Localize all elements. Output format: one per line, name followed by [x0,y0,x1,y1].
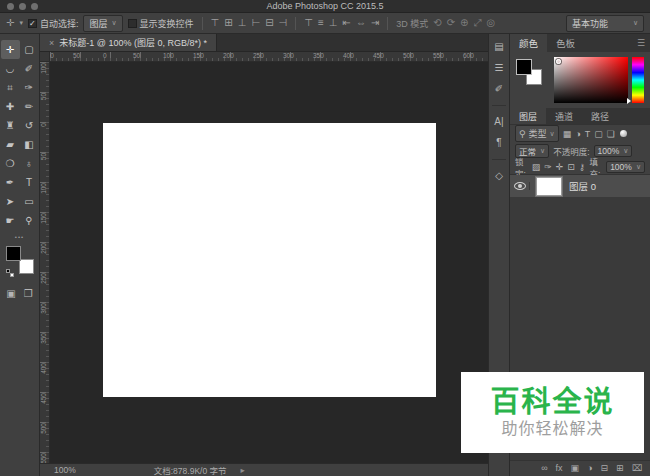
background-color-swatch[interactable] [19,259,34,274]
v-ruler-label: 200 [40,243,47,254]
auto-select-checkbox[interactable]: ✓ 自动选择: [28,17,79,30]
new-layer-icon[interactable]: ⊞ [616,464,624,473]
hue-slider[interactable] [632,57,644,103]
layer-group-icon[interactable]: ⊟ [601,464,609,473]
screen-mode-button[interactable]: ❐ [24,288,33,299]
quick-mask-mode-button[interactable]: ▣ [6,288,15,299]
align-horizontal-centers-icon[interactable]: ⊟ [265,18,273,28]
zoom-level-field[interactable]: 100% [54,465,76,475]
lock-transparent-pixels-icon[interactable]: ▨ [532,162,541,172]
tab-channels[interactable]: 通道 [546,108,582,124]
layer-visibility-toggle[interactable] [510,182,530,190]
history-brush-tool[interactable]: ↺ [20,116,39,135]
3d-slide-icon[interactable]: ⤢ [473,18,481,28]
hue-slider-marker[interactable] [627,98,631,104]
align-left-edges-icon[interactable]: ⊢ [251,18,260,28]
tab-layers[interactable]: 图层 [510,108,546,124]
align-vertical-centers-icon[interactable]: ⊞ [224,18,232,28]
brush-tool[interactable]: ✏ [20,97,39,116]
document-tab[interactable]: × 未标题-1 @ 100% (图层 0, RGB/8*) * [40,34,217,51]
quick-selection-tool[interactable]: ✐ [20,59,39,78]
lock-artboard-icon[interactable]: ⊡ [567,162,575,172]
workspace-switcher-dropdown[interactable]: 基本功能 ∨ [566,15,644,32]
align-top-edges-icon[interactable]: ⊤ [211,18,220,28]
healing-brush-tool[interactable]: ✚ [1,97,20,116]
smudge-tool[interactable]: ❍ [1,154,20,173]
color-picker-marker[interactable] [556,59,561,64]
filter-type-layers-icon[interactable]: T [585,129,591,139]
filter-smart-objects-icon[interactable]: ❏ [607,129,615,139]
lasso-tool[interactable]: ◡ [1,59,20,78]
filter-pixel-layers-icon[interactable]: ▦ [563,129,572,139]
saturation-brightness-picker[interactable] [554,57,628,103]
adjustments-icon[interactable]: ▤ [494,42,503,52]
close-tab-icon[interactable]: × [49,38,54,48]
document-tab-bar: × 未标题-1 @ 100% (图层 0, RGB/8*) * [40,34,488,52]
tab-paths[interactable]: 路径 [582,108,618,124]
layer-filter-row: ⚲ 类型 ∨ ▦ ◑ T ▢ ❏ [510,124,650,142]
layers-panel-tabs: 图层 通道 路径 [510,108,650,124]
move-tool[interactable]: ✛ [1,40,20,59]
auto-select-target-dropdown[interactable]: 图层 ∨ [83,15,122,32]
distribute-vertical-centers-icon[interactable]: ≡ [318,18,324,28]
pen-tool[interactable]: ✒ [1,173,20,192]
link-layers-icon[interactable]: ∞ [541,464,547,473]
align-right-edges-icon[interactable]: ⊣ [279,18,288,28]
lock-image-pixels-icon[interactable]: ✑ [544,162,552,172]
distribute-horizontal-centers-icon[interactable]: ⇔ [356,18,366,28]
eyedropper-tool[interactable]: ✑ [20,78,39,97]
tool-preset-caret-icon[interactable]: ▾ [19,19,23,27]
distribute-bottom-edges-icon[interactable]: ⊥ [329,18,338,28]
marquee-tool[interactable]: ▢ [20,40,39,59]
delete-layer-icon[interactable]: ⌧ [632,464,642,473]
edit-toolbar-button[interactable]: ••• [15,234,24,240]
eraser-tool[interactable]: ▰ [1,135,20,154]
layer-filter-type-dropdown[interactable]: ⚲ 类型 ∨ [515,125,559,142]
layer-thumbnail[interactable] [536,177,562,196]
distribute-right-edges-icon[interactable]: ⇥ [371,18,379,28]
show-transform-controls-checkbox[interactable]: 显示变换控件 [128,17,194,30]
foreground-color-swatch[interactable] [6,246,21,261]
filter-shape-layers-icon[interactable]: ▢ [594,129,603,139]
dodge-tool[interactable]: ♁ [20,154,39,173]
default-colors-icon[interactable] [6,269,13,276]
3d-scale-icon[interactable]: ◎ [486,18,495,28]
3d-rotate-icon[interactable]: ⟲ [433,18,441,28]
zoom-tool[interactable]: ⚲ [20,211,39,230]
brush-settings-icon[interactable]: ✐ [495,84,503,94]
align-bottom-edges-icon[interactable]: ⊥ [238,18,247,28]
clone-stamp-tool[interactable]: ♜ [1,116,20,135]
shape-tool[interactable]: ▭ [20,192,39,211]
crop-tool[interactable]: ⌗ [1,78,20,97]
foreground-color-swatch[interactable] [516,59,532,75]
type-tool[interactable]: T [20,173,39,192]
3d-drag-icon[interactable]: ⊕ [460,18,468,28]
h-ruler-label: 150 [193,52,204,59]
tab-color[interactable]: 颜色 [510,34,547,52]
filter-adjustment-layers-icon[interactable]: ◑ [575,129,580,139]
paragraph-icon[interactable]: ¶ [496,138,501,148]
layer-filter-toggle[interactable] [620,130,627,137]
layer-name[interactable]: 图层 0 [569,179,596,193]
lock-position-icon[interactable]: ✛ [556,162,564,172]
layer-row[interactable]: 图层 0 [510,175,650,197]
layer-style-icon[interactable]: fx [556,464,563,473]
fill-dropdown[interactable]: 100% ∨ [606,161,645,173]
checkbox-check-icon: ✓ [28,19,37,28]
path-selection-tool[interactable]: ➤ [1,192,20,211]
distribute-left-edges-icon[interactable]: ⇤ [343,18,351,28]
3d-roll-icon[interactable]: ⟳ [447,18,455,28]
panel-menu-icon[interactable]: ☰ [637,38,645,48]
hand-tool[interactable]: ☛ [1,211,20,230]
document-canvas[interactable] [103,123,436,397]
properties-icon[interactable]: ☰ [495,63,504,73]
distribute-top-edges-icon[interactable]: ⊤ [304,18,313,28]
adjustment-layer-icon[interactable]: ◑ [587,464,592,473]
status-chevron-icon[interactable]: ▸ [241,465,245,475]
gradient-tool[interactable]: ◧ [20,135,39,154]
tab-swatches[interactable]: 色板 [547,34,584,52]
lock-all-icon[interactable]: ⚷ [579,162,586,172]
character-icon[interactable]: A| [494,117,503,127]
layer-mask-icon[interactable]: ▣ [571,464,580,473]
libraries-icon[interactable]: ◇ [495,171,503,181]
